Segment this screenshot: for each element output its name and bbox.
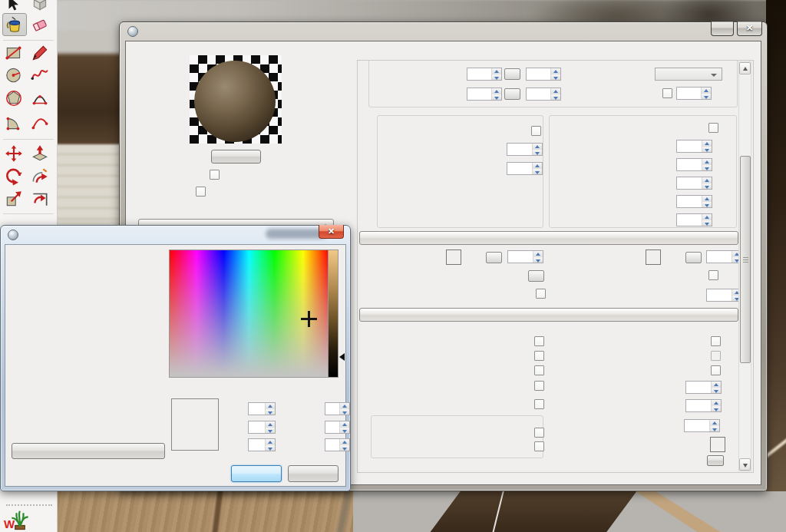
- alpha-contribution-spinner[interactable]: [684, 419, 720, 432]
- rectangle-tool-button[interactable]: [2, 42, 25, 64]
- follow-me-tool-button[interactable]: [28, 165, 51, 187]
- preview-full-material-checkbox[interactable]: [196, 187, 206, 197]
- blue-spinner[interactable]: [325, 438, 350, 451]
- samples-spinner[interactable]: [676, 213, 712, 226]
- reflect-on-backside-checkbox[interactable]: [534, 365, 544, 375]
- rotation-mult-spinner[interactable]: [526, 88, 561, 101]
- spinner-arrows[interactable]: [702, 214, 712, 226]
- use-map-channel-checkbox[interactable]: [662, 88, 672, 98]
- double-sided-checkbox[interactable]: [534, 336, 544, 346]
- local-axis-dropdown[interactable]: [655, 68, 722, 81]
- paint-bucket-tool-button[interactable]: [2, 13, 27, 36]
- diffuse-header[interactable]: [359, 231, 738, 245]
- spinner-arrows[interactable]: [265, 439, 275, 451]
- dialog-close-button[interactable]: ✕: [319, 225, 344, 239]
- anisotropy-map-button[interactable]: [504, 68, 520, 80]
- cutoff-spinner[interactable]: [685, 381, 722, 394]
- rotation-spinner[interactable]: [467, 88, 502, 101]
- spinner-arrows[interactable]: [491, 68, 501, 80]
- min-rate-spinner[interactable]: [676, 140, 712, 153]
- spinner-arrows[interactable]: [265, 403, 275, 415]
- add-to-custom-colors-button[interactable]: [12, 443, 165, 459]
- val-spinner[interactable]: [248, 438, 276, 451]
- line-tool-button[interactable]: [28, 42, 51, 64]
- map-channel-spinner[interactable]: [676, 87, 712, 100]
- spinner-arrows[interactable]: [532, 163, 542, 174]
- gi-transparency-cutoff-spinner[interactable]: [706, 289, 742, 302]
- move-tool-button[interactable]: [2, 143, 25, 164]
- params-scrollbar[interactable]: [738, 61, 751, 471]
- scale-tool-button[interactable]: [2, 188, 25, 210]
- color-crosshair[interactable]: [301, 311, 317, 327]
- options-header[interactable]: [359, 308, 738, 322]
- spinner-arrows[interactable]: [711, 382, 721, 393]
- refraction-max-depth-spinner[interactable]: [685, 399, 722, 412]
- make-component-button[interactable]: [28, 0, 51, 14]
- pie-tool-button[interactable]: [2, 112, 25, 134]
- dim-on-checkbox[interactable]: [531, 126, 541, 136]
- only-in-secondary-checkbox[interactable]: [534, 381, 544, 391]
- value-slider[interactable]: [328, 249, 339, 378]
- cast-shadows-checkbox[interactable]: [711, 365, 721, 375]
- vray-titlebar[interactable]: ✕: [120, 22, 767, 41]
- sat-spinner[interactable]: [248, 421, 276, 434]
- distance-spinner[interactable]: [507, 143, 543, 156]
- trace-reflections-checkbox[interactable]: [534, 351, 544, 361]
- spinner-arrows[interactable]: [491, 88, 501, 100]
- spinner-arrows[interactable]: [550, 68, 560, 80]
- diffuse-color-mult-spinner[interactable]: [507, 250, 543, 263]
- hue-spinner[interactable]: [248, 402, 276, 415]
- spinner-arrows[interactable]: [550, 88, 560, 100]
- preview-button[interactable]: [211, 150, 261, 164]
- push-pull-tool-button[interactable]: [28, 143, 51, 164]
- diffuse-color-swatch[interactable]: [446, 249, 461, 265]
- material-result-button[interactable]: [707, 455, 724, 466]
- scroll-up-arrow[interactable]: [739, 62, 751, 74]
- transparency-map-button[interactable]: [685, 252, 702, 263]
- two-point-arc-tool-button[interactable]: [28, 88, 51, 109]
- freehand-tool-button[interactable]: [28, 64, 51, 86]
- interpolation-checkbox[interactable]: [708, 123, 718, 133]
- roughness-map-button[interactable]: [528, 270, 544, 282]
- disable-volume-fog-checkbox[interactable]: [711, 336, 721, 346]
- can-be-overridden-checkbox[interactable]: [534, 399, 544, 409]
- spinner-arrows[interactable]: [702, 140, 712, 152]
- spinner-arrows[interactable]: [702, 177, 712, 189]
- scroll-down-arrow[interactable]: [739, 458, 751, 471]
- spinner-arrows[interactable]: [702, 159, 712, 170]
- close-button[interactable]: ✕: [737, 21, 762, 36]
- diffuse-color-map-button[interactable]: [486, 252, 502, 263]
- use-irradiance-map-checkbox[interactable]: [708, 270, 718, 280]
- spinner-arrows[interactable]: [701, 88, 711, 99]
- ignore-on-checkbox[interactable]: [534, 428, 544, 438]
- spinner-arrows[interactable]: [702, 196, 712, 207]
- anisotropy-spinner[interactable]: [467, 68, 502, 81]
- arc-tool-button[interactable]: [28, 112, 51, 134]
- spinner-arrows[interactable]: [709, 420, 719, 431]
- spinner-arrows[interactable]: [339, 403, 349, 415]
- green-spinner[interactable]: [325, 421, 350, 434]
- offset-tool-button[interactable]: [28, 188, 51, 210]
- live-update-checkbox[interactable]: [210, 170, 220, 180]
- spinner-arrows[interactable]: [265, 421, 275, 433]
- color-texture-transparency-checkbox[interactable]: [536, 289, 546, 299]
- spinner-arrows[interactable]: [339, 421, 349, 433]
- hue-saturation-field[interactable]: [169, 249, 329, 378]
- value-slider-arrow[interactable]: [339, 353, 345, 361]
- red-spinner[interactable]: [325, 402, 350, 415]
- max-rate-spinner[interactable]: [676, 158, 712, 171]
- circle-tool-button[interactable]: [2, 64, 25, 86]
- rotation-map-button[interactable]: [504, 88, 520, 100]
- clr-thresh-spinner[interactable]: [676, 177, 712, 190]
- select-color-titlebar[interactable]: ✕: [1, 226, 350, 244]
- cancel-button[interactable]: [288, 465, 339, 482]
- transparency-mult-spinner[interactable]: [706, 250, 742, 263]
- nrm-thresh-spinner[interactable]: [676, 195, 712, 208]
- spinner-arrows[interactable]: [533, 251, 543, 263]
- spinner-arrows[interactable]: [711, 400, 721, 411]
- ok-button[interactable]: [231, 465, 282, 482]
- help-button[interactable]: [711, 21, 734, 36]
- scrollbar-thumb[interactable]: [740, 156, 751, 363]
- eraser-tool-button[interactable]: [28, 15, 51, 36]
- rotate-tool-button[interactable]: [2, 165, 25, 187]
